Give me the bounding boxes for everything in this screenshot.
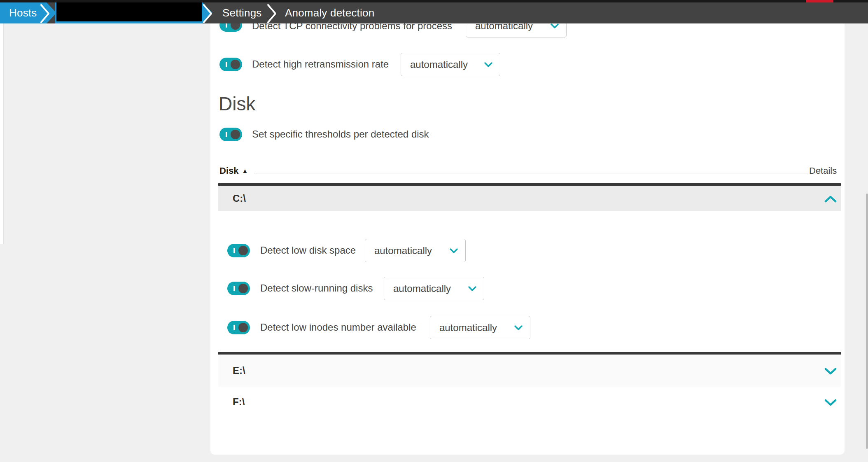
setting-label-low-disk-space: Detect low disk space [260, 245, 356, 256]
dropdown-retransmission[interactable]: automatically [401, 53, 500, 76]
disk-row-name: C:\ [233, 193, 246, 204]
breadcrumb-bar: Hosts Settings Anomaly detection [0, 2, 868, 23]
setting-label-retransmission: Detect high retransmission rate [252, 58, 389, 70]
chevron-down-icon [551, 23, 559, 28]
table-header-disk-label: Disk [219, 166, 238, 176]
breadcrumb-item-hosts[interactable]: Hosts [0, 2, 56, 23]
toggle-knob [238, 246, 248, 255]
dropdown-value: automatically [393, 283, 451, 294]
table-header-rule [254, 173, 808, 173]
expand-chevron-icon[interactable] [824, 399, 837, 406]
section-heading-disk: Disk [219, 93, 255, 115]
redaction-box [56, 2, 202, 21]
toggle-on-indicator [226, 62, 227, 67]
breadcrumb-item-anomaly-detection[interactable]: Anomaly detection [285, 2, 374, 23]
dropdown-value: automatically [439, 322, 497, 334]
dropdown-value: automatically [410, 59, 468, 70]
toggle-low-disk-space[interactable] [227, 244, 250, 257]
toggle-low-inodes[interactable] [227, 321, 250, 334]
chevron-down-icon [468, 286, 476, 291]
toggle-on-indicator [233, 248, 235, 253]
breadcrumb-item-settings[interactable]: Settings [222, 2, 262, 23]
chevron-down-icon [484, 62, 492, 67]
toggle-knob [238, 323, 248, 332]
collapse-chevron-icon[interactable] [824, 196, 837, 203]
toggle-retransmission[interactable] [219, 58, 242, 71]
disk-row-name: F:\ [233, 396, 245, 408]
expand-chevron-icon[interactable] [824, 368, 837, 375]
toggle-knob [238, 284, 248, 293]
breadcrumb-hosts-label: Hosts [9, 2, 37, 23]
setting-label-specific-thresholds: Set specific thresholds per detected dis… [252, 128, 429, 140]
table-header-details: Details [809, 166, 837, 176]
toggle-on-indicator [233, 325, 235, 330]
chevron-down-icon [450, 248, 458, 253]
toggle-on-indicator [233, 286, 235, 291]
sort-ascending-icon: ▲ [242, 167, 248, 174]
disk-row-f[interactable] [218, 387, 841, 417]
setting-label-slow-running-disks: Detect slow-running disks [260, 282, 373, 294]
scrollbar-thumb[interactable] [866, 194, 868, 449]
left-gutter [0, 23, 4, 244]
dropdown-low-inodes[interactable]: automatically [430, 316, 530, 339]
alert-accent [806, 0, 833, 2]
setting-label-low-inodes: Detect low inodes number available [260, 322, 416, 333]
dropdown-value: automatically [374, 245, 432, 257]
toggle-slow-running-disks[interactable] [227, 282, 250, 295]
toggle-on-indicator [226, 132, 227, 137]
breadcrumb-separator-icon [203, 4, 213, 23]
app-window: Detect TCP connectivity problems for pro… [0, 0, 868, 462]
disk-row-e[interactable] [218, 355, 841, 387]
dropdown-low-disk-space[interactable]: automatically [365, 239, 466, 262]
disk-row-name: E:\ [233, 365, 245, 376]
chevron-down-icon [514, 325, 523, 330]
disk-row-c[interactable] [218, 186, 841, 211]
breadcrumb-separator-icon [40, 4, 51, 23]
table-header-disk[interactable]: Disk▲ [219, 166, 248, 176]
tab-strip [0, 0, 868, 2]
toggle-knob [231, 60, 240, 69]
toggle-specific-thresholds[interactable] [219, 128, 242, 141]
breadcrumb-separator-icon [267, 4, 278, 23]
dropdown-slow-running-disks[interactable]: automatically [384, 277, 484, 300]
toggle-knob [231, 130, 240, 139]
